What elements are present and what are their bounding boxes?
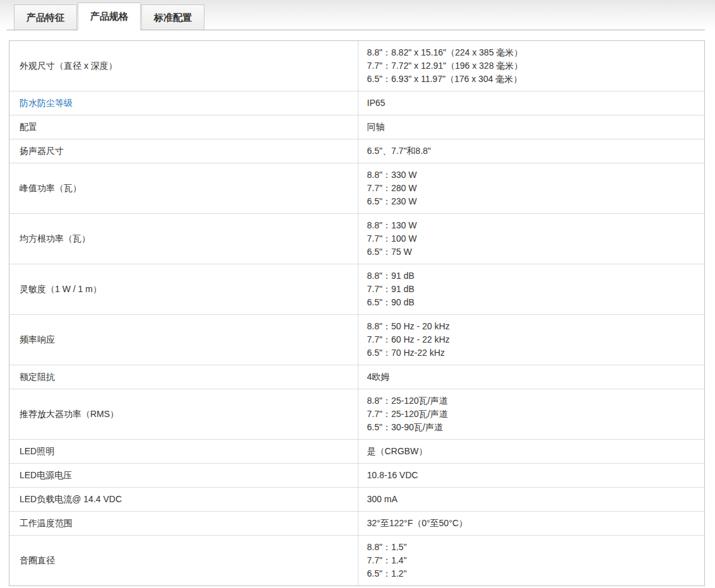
spec-value-cell: 8.8"：91 dB7.7"：91 dB6.5"：90 dB bbox=[358, 264, 704, 315]
spec-value-line: 4欧姆 bbox=[367, 370, 695, 384]
spec-label-cell: 额定阻抗 bbox=[9, 365, 358, 389]
spec-value-line: IP65 bbox=[367, 97, 695, 110]
spec-value-line: 8.8"：25-120瓦/声道 bbox=[367, 394, 695, 408]
spec-label: 扬声器尺寸 bbox=[20, 146, 64, 156]
spec-row: 扬声器尺寸6.5"、7.7"和8.8" bbox=[9, 139, 704, 163]
spec-label: 外观尺寸（直径 x 深度） bbox=[20, 61, 117, 71]
spec-value-cell: 是（CRGBW） bbox=[358, 440, 704, 464]
spec-value-line: 7.7"：1.4" bbox=[367, 554, 695, 567]
spec-label: 推荐放大器功率（RMS） bbox=[20, 409, 119, 419]
spec-value-line: 10.8-16 VDC bbox=[367, 469, 695, 482]
spec-label: 音圈直径 bbox=[20, 555, 55, 565]
spec-label: 频率响应 bbox=[20, 334, 55, 344]
spec-value-line: 6.5"：1.2" bbox=[367, 567, 695, 580]
spec-label-cell: 频率响应 bbox=[9, 315, 358, 365]
spec-value-line: 6.5"：30-90瓦/声道 bbox=[367, 421, 695, 434]
spec-value-cell: 300 mA bbox=[358, 488, 704, 512]
spec-label-cell: LED电源电压 bbox=[9, 464, 358, 488]
page-header: 产品特征产品规格标准配置 bbox=[0, 0, 715, 30]
spec-value-line: 8.8"：91 dB bbox=[367, 269, 695, 283]
spec-label-cell: 外观尺寸（直径 x 深度） bbox=[9, 41, 358, 91]
spec-value-line: 6.5"、7.7"和8.8" bbox=[367, 144, 695, 158]
spec-value-cell: 8.8"：25-120瓦/声道7.7"：25-120瓦/声道6.5"：30-90… bbox=[358, 389, 704, 440]
spec-label-cell: 音圈直径 bbox=[9, 536, 358, 586]
spec-label: 配置 bbox=[20, 122, 37, 132]
spec-row: 推荐放大器功率（RMS）8.8"：25-120瓦/声道7.7"：25-120瓦/… bbox=[9, 389, 704, 440]
spec-value-line: 300 mA bbox=[367, 493, 695, 506]
spec-value-line: 同轴 bbox=[367, 121, 695, 134]
spec-value-line: 32°至122°F（0°至50°C） bbox=[367, 517, 695, 530]
spec-value-cell: 6.5"、7.7"和8.8" bbox=[358, 139, 704, 163]
spec-label-cell: 峰值功率（瓦） bbox=[9, 163, 358, 214]
spec-label: 峰值功率（瓦） bbox=[20, 183, 81, 193]
spec-label-cell: LED照明 bbox=[9, 440, 358, 464]
spec-value-line: 8.8"：330 W bbox=[367, 168, 695, 182]
spec-value-cell: 4欧姆 bbox=[358, 365, 704, 389]
spec-label-cell: LED负载电流@ 14.4 VDC bbox=[9, 488, 358, 512]
spec-value-line: 7.7"：60 Hz - 22 kHz bbox=[367, 333, 695, 346]
spec-value-cell: 8.8"：8.82" x 15.16"（224 x 385 毫米）7.7"：7.… bbox=[358, 41, 704, 91]
spec-value-line: 7.7"：91 dB bbox=[367, 283, 695, 296]
spec-label: LED负载电流@ 14.4 VDC bbox=[20, 494, 122, 504]
spec-value-cell: 8.8"：50 Hz - 20 kHz7.7"：60 Hz - 22 kHz6.… bbox=[358, 315, 704, 365]
spec-value-line: 6.5"：75 W bbox=[367, 245, 695, 259]
spec-label-cell: 配置 bbox=[9, 115, 358, 139]
spec-row: 工作温度范围32°至122°F（0°至50°C） bbox=[9, 512, 704, 536]
spec-label-cell: 灵敏度（1 W / 1 m） bbox=[9, 264, 358, 315]
spec-label: LED照明 bbox=[20, 446, 54, 456]
spec-row: 频率响应8.8"：50 Hz - 20 kHz7.7"：60 Hz - 22 k… bbox=[9, 315, 704, 365]
spec-value-line: 6.5"：90 dB bbox=[367, 296, 695, 309]
tab-2[interactable]: 产品规格 bbox=[78, 3, 141, 30]
tab-3[interactable]: 标准配置 bbox=[141, 4, 204, 30]
spec-value-line: 8.8"：1.5" bbox=[367, 541, 695, 554]
spec-row: LED电源电压10.8-16 VDC bbox=[9, 464, 704, 488]
spec-row: 额定阻抗4欧姆 bbox=[9, 365, 704, 389]
spec-label-cell: 防水防尘等级 bbox=[9, 91, 358, 115]
spec-value-line: 6.5"：6.93" x 11.97"（176 x 304 毫米） bbox=[367, 73, 695, 86]
spec-label: 均方根功率（瓦） bbox=[20, 233, 90, 244]
spec-value-cell: 10.8-16 VDC bbox=[358, 464, 704, 488]
spec-row: 均方根功率（瓦）8.8"：130 W7.7"：100 W6.5"：75 W bbox=[9, 214, 704, 264]
spec-value-line: 是（CRGBW） bbox=[367, 445, 695, 458]
spec-value-cell: 8.8"：1.5"7.7"：1.4"6.5"：1.2" bbox=[358, 536, 704, 586]
spec-value-cell: 8.8"：130 W7.7"：100 W6.5"：75 W bbox=[358, 214, 704, 264]
spec-value-cell: 同轴 bbox=[358, 115, 704, 139]
spec-label-cell: 扬声器尺寸 bbox=[9, 139, 358, 163]
spec-table: 外观尺寸（直径 x 深度）8.8"：8.82" x 15.16"（224 x 3… bbox=[9, 41, 704, 585]
spec-row: 防水防尘等级IP65 bbox=[9, 91, 704, 115]
spec-row: 音圈直径8.8"：1.5"7.7"：1.4"6.5"：1.2" bbox=[9, 536, 704, 586]
spec-label-link[interactable]: 防水防尘等级 bbox=[20, 98, 73, 108]
spec-value-line: 8.8"：50 Hz - 20 kHz bbox=[367, 320, 695, 333]
spec-row: 峰值功率（瓦）8.8"：330 W7.7"：280 W6.5"：230 W bbox=[9, 163, 704, 214]
spec-label: 灵敏度（1 W / 1 m） bbox=[20, 284, 102, 294]
spec-value-line: 8.8"：8.82" x 15.16"（224 x 385 毫米） bbox=[367, 46, 695, 59]
spec-value-line: 6.5"：70 Hz-22 kHz bbox=[367, 346, 695, 360]
tab-bar: 产品特征产品规格标准配置 bbox=[6, 0, 705, 30]
spec-row: 灵敏度（1 W / 1 m）8.8"：91 dB7.7"：91 dB6.5"：9… bbox=[9, 264, 704, 315]
spec-label-cell: 工作温度范围 bbox=[9, 512, 358, 536]
spec-value-line: 6.5"：230 W bbox=[367, 195, 695, 208]
spec-label: 工作温度范围 bbox=[20, 518, 73, 528]
spec-row: LED照明是（CRGBW） bbox=[9, 440, 704, 464]
spec-label: LED电源电压 bbox=[20, 470, 72, 480]
spec-value-line: 7.7"：100 W bbox=[367, 232, 695, 245]
spec-value-cell: IP65 bbox=[358, 91, 704, 115]
spec-row: 配置同轴 bbox=[9, 115, 704, 139]
content-area: 外观尺寸（直径 x 深度）8.8"：8.82" x 15.16"（224 x 3… bbox=[9, 40, 705, 586]
spec-table-wrapper: 外观尺寸（直径 x 深度）8.8"：8.82" x 15.16"（224 x 3… bbox=[9, 40, 705, 586]
spec-value-cell: 32°至122°F（0°至50°C） bbox=[358, 512, 704, 536]
spec-value-line: 7.7"：7.72" x 12.91"（196 x 328 毫米） bbox=[367, 59, 695, 73]
spec-table-body: 外观尺寸（直径 x 深度）8.8"：8.82" x 15.16"（224 x 3… bbox=[9, 41, 704, 585]
spec-label-cell: 推荐放大器功率（RMS） bbox=[9, 389, 358, 440]
spec-row: 外观尺寸（直径 x 深度）8.8"：8.82" x 15.16"（224 x 3… bbox=[9, 41, 704, 91]
tab-1[interactable]: 产品特征 bbox=[14, 4, 77, 30]
spec-label: 额定阻抗 bbox=[20, 372, 55, 382]
spec-label-cell: 均方根功率（瓦） bbox=[9, 214, 358, 264]
spec-value-line: 7.7"：280 W bbox=[367, 182, 695, 195]
spec-value-cell: 8.8"：330 W7.7"：280 W6.5"：230 W bbox=[358, 163, 704, 214]
spec-row: LED负载电流@ 14.4 VDC300 mA bbox=[9, 488, 704, 512]
spec-value-line: 8.8"：130 W bbox=[367, 219, 695, 232]
spec-value-line: 7.7"：25-120瓦/声道 bbox=[367, 408, 695, 421]
